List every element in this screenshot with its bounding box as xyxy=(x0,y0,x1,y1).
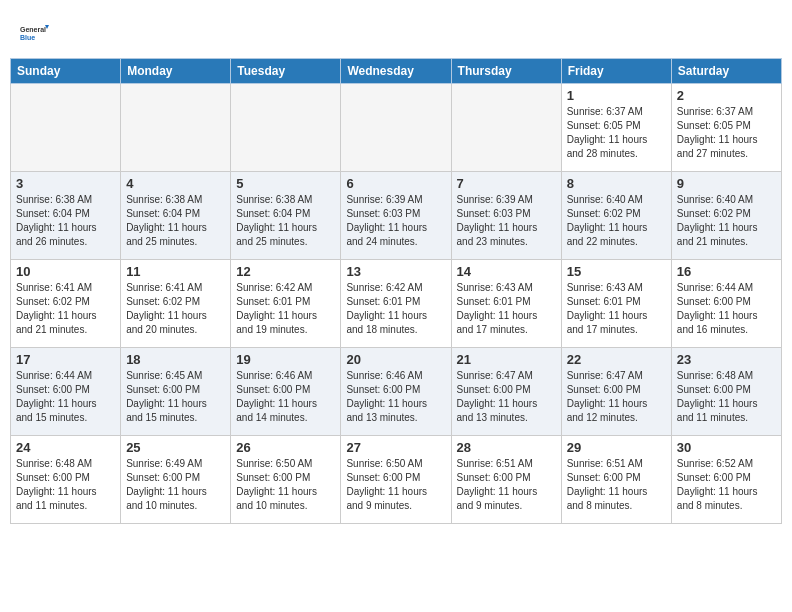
calendar-cell: 18Sunrise: 6:45 AM Sunset: 6:00 PM Dayli… xyxy=(121,348,231,436)
calendar-cell: 4Sunrise: 6:38 AM Sunset: 6:04 PM Daylig… xyxy=(121,172,231,260)
day-info: Sunrise: 6:51 AM Sunset: 6:00 PM Dayligh… xyxy=(567,457,666,513)
day-info: Sunrise: 6:40 AM Sunset: 6:02 PM Dayligh… xyxy=(567,193,666,249)
day-info: Sunrise: 6:42 AM Sunset: 6:01 PM Dayligh… xyxy=(236,281,335,337)
day-header-thursday: Thursday xyxy=(451,59,561,84)
day-number: 29 xyxy=(567,440,666,455)
day-number: 7 xyxy=(457,176,556,191)
day-number: 3 xyxy=(16,176,115,191)
day-number: 21 xyxy=(457,352,556,367)
day-header-wednesday: Wednesday xyxy=(341,59,451,84)
day-info: Sunrise: 6:43 AM Sunset: 6:01 PM Dayligh… xyxy=(457,281,556,337)
day-number: 27 xyxy=(346,440,445,455)
calendar-cell xyxy=(341,84,451,172)
day-number: 11 xyxy=(126,264,225,279)
day-number: 4 xyxy=(126,176,225,191)
day-info: Sunrise: 6:44 AM Sunset: 6:00 PM Dayligh… xyxy=(677,281,776,337)
calendar-cell xyxy=(451,84,561,172)
days-header-row: SundayMondayTuesdayWednesdayThursdayFrid… xyxy=(11,59,782,84)
calendar-cell xyxy=(231,84,341,172)
calendar-cell: 17Sunrise: 6:44 AM Sunset: 6:00 PM Dayli… xyxy=(11,348,121,436)
calendar-cell: 20Sunrise: 6:46 AM Sunset: 6:00 PM Dayli… xyxy=(341,348,451,436)
day-info: Sunrise: 6:39 AM Sunset: 6:03 PM Dayligh… xyxy=(457,193,556,249)
day-info: Sunrise: 6:48 AM Sunset: 6:00 PM Dayligh… xyxy=(16,457,115,513)
calendar-cell: 5Sunrise: 6:38 AM Sunset: 6:04 PM Daylig… xyxy=(231,172,341,260)
calendar-cell: 19Sunrise: 6:46 AM Sunset: 6:00 PM Dayli… xyxy=(231,348,341,436)
calendar-cell: 30Sunrise: 6:52 AM Sunset: 6:00 PM Dayli… xyxy=(671,436,781,524)
day-number: 5 xyxy=(236,176,335,191)
logo: GeneralBlue xyxy=(20,18,50,48)
day-info: Sunrise: 6:43 AM Sunset: 6:01 PM Dayligh… xyxy=(567,281,666,337)
logo-icon: GeneralBlue xyxy=(20,18,50,48)
day-number: 13 xyxy=(346,264,445,279)
day-number: 10 xyxy=(16,264,115,279)
day-info: Sunrise: 6:52 AM Sunset: 6:00 PM Dayligh… xyxy=(677,457,776,513)
calendar-cell: 26Sunrise: 6:50 AM Sunset: 6:00 PM Dayli… xyxy=(231,436,341,524)
day-info: Sunrise: 6:38 AM Sunset: 6:04 PM Dayligh… xyxy=(236,193,335,249)
day-number: 2 xyxy=(677,88,776,103)
day-info: Sunrise: 6:51 AM Sunset: 6:00 PM Dayligh… xyxy=(457,457,556,513)
day-number: 14 xyxy=(457,264,556,279)
calendar-cell xyxy=(121,84,231,172)
calendar-cell xyxy=(11,84,121,172)
calendar-cell: 24Sunrise: 6:48 AM Sunset: 6:00 PM Dayli… xyxy=(11,436,121,524)
calendar-week-row: 1Sunrise: 6:37 AM Sunset: 6:05 PM Daylig… xyxy=(11,84,782,172)
day-info: Sunrise: 6:39 AM Sunset: 6:03 PM Dayligh… xyxy=(346,193,445,249)
page-header: GeneralBlue xyxy=(10,10,782,52)
calendar-table: SundayMondayTuesdayWednesdayThursdayFrid… xyxy=(10,58,782,524)
day-number: 12 xyxy=(236,264,335,279)
calendar-cell: 29Sunrise: 6:51 AM Sunset: 6:00 PM Dayli… xyxy=(561,436,671,524)
calendar-cell: 12Sunrise: 6:42 AM Sunset: 6:01 PM Dayli… xyxy=(231,260,341,348)
day-info: Sunrise: 6:46 AM Sunset: 6:00 PM Dayligh… xyxy=(346,369,445,425)
day-info: Sunrise: 6:50 AM Sunset: 6:00 PM Dayligh… xyxy=(346,457,445,513)
calendar-cell: 8Sunrise: 6:40 AM Sunset: 6:02 PM Daylig… xyxy=(561,172,671,260)
svg-text:General: General xyxy=(20,26,46,33)
calendar-week-row: 17Sunrise: 6:44 AM Sunset: 6:00 PM Dayli… xyxy=(11,348,782,436)
day-number: 30 xyxy=(677,440,776,455)
calendar-cell: 25Sunrise: 6:49 AM Sunset: 6:00 PM Dayli… xyxy=(121,436,231,524)
calendar-cell: 16Sunrise: 6:44 AM Sunset: 6:00 PM Dayli… xyxy=(671,260,781,348)
day-info: Sunrise: 6:42 AM Sunset: 6:01 PM Dayligh… xyxy=(346,281,445,337)
day-number: 23 xyxy=(677,352,776,367)
calendar-cell: 6Sunrise: 6:39 AM Sunset: 6:03 PM Daylig… xyxy=(341,172,451,260)
calendar-cell: 13Sunrise: 6:42 AM Sunset: 6:01 PM Dayli… xyxy=(341,260,451,348)
day-header-saturday: Saturday xyxy=(671,59,781,84)
day-info: Sunrise: 6:38 AM Sunset: 6:04 PM Dayligh… xyxy=(126,193,225,249)
day-info: Sunrise: 6:44 AM Sunset: 6:00 PM Dayligh… xyxy=(16,369,115,425)
calendar-cell: 14Sunrise: 6:43 AM Sunset: 6:01 PM Dayli… xyxy=(451,260,561,348)
day-number: 9 xyxy=(677,176,776,191)
day-number: 18 xyxy=(126,352,225,367)
calendar-cell: 1Sunrise: 6:37 AM Sunset: 6:05 PM Daylig… xyxy=(561,84,671,172)
day-number: 26 xyxy=(236,440,335,455)
day-info: Sunrise: 6:48 AM Sunset: 6:00 PM Dayligh… xyxy=(677,369,776,425)
calendar-cell: 23Sunrise: 6:48 AM Sunset: 6:00 PM Dayli… xyxy=(671,348,781,436)
day-info: Sunrise: 6:38 AM Sunset: 6:04 PM Dayligh… xyxy=(16,193,115,249)
day-number: 25 xyxy=(126,440,225,455)
day-header-tuesday: Tuesday xyxy=(231,59,341,84)
calendar-week-row: 10Sunrise: 6:41 AM Sunset: 6:02 PM Dayli… xyxy=(11,260,782,348)
day-info: Sunrise: 6:47 AM Sunset: 6:00 PM Dayligh… xyxy=(567,369,666,425)
calendar-cell: 10Sunrise: 6:41 AM Sunset: 6:02 PM Dayli… xyxy=(11,260,121,348)
day-number: 28 xyxy=(457,440,556,455)
day-info: Sunrise: 6:45 AM Sunset: 6:00 PM Dayligh… xyxy=(126,369,225,425)
day-number: 22 xyxy=(567,352,666,367)
day-info: Sunrise: 6:46 AM Sunset: 6:00 PM Dayligh… xyxy=(236,369,335,425)
day-info: Sunrise: 6:47 AM Sunset: 6:00 PM Dayligh… xyxy=(457,369,556,425)
day-number: 19 xyxy=(236,352,335,367)
calendar-week-row: 24Sunrise: 6:48 AM Sunset: 6:00 PM Dayli… xyxy=(11,436,782,524)
calendar-cell: 11Sunrise: 6:41 AM Sunset: 6:02 PM Dayli… xyxy=(121,260,231,348)
day-info: Sunrise: 6:49 AM Sunset: 6:00 PM Dayligh… xyxy=(126,457,225,513)
calendar-cell: 3Sunrise: 6:38 AM Sunset: 6:04 PM Daylig… xyxy=(11,172,121,260)
day-info: Sunrise: 6:40 AM Sunset: 6:02 PM Dayligh… xyxy=(677,193,776,249)
calendar-cell: 28Sunrise: 6:51 AM Sunset: 6:00 PM Dayli… xyxy=(451,436,561,524)
day-info: Sunrise: 6:37 AM Sunset: 6:05 PM Dayligh… xyxy=(567,105,666,161)
day-number: 20 xyxy=(346,352,445,367)
calendar-cell: 9Sunrise: 6:40 AM Sunset: 6:02 PM Daylig… xyxy=(671,172,781,260)
calendar-cell: 27Sunrise: 6:50 AM Sunset: 6:00 PM Dayli… xyxy=(341,436,451,524)
calendar-cell: 21Sunrise: 6:47 AM Sunset: 6:00 PM Dayli… xyxy=(451,348,561,436)
day-header-monday: Monday xyxy=(121,59,231,84)
day-number: 6 xyxy=(346,176,445,191)
calendar-cell: 22Sunrise: 6:47 AM Sunset: 6:00 PM Dayli… xyxy=(561,348,671,436)
svg-text:Blue: Blue xyxy=(20,34,35,41)
calendar-cell: 2Sunrise: 6:37 AM Sunset: 6:05 PM Daylig… xyxy=(671,84,781,172)
calendar-cell: 7Sunrise: 6:39 AM Sunset: 6:03 PM Daylig… xyxy=(451,172,561,260)
